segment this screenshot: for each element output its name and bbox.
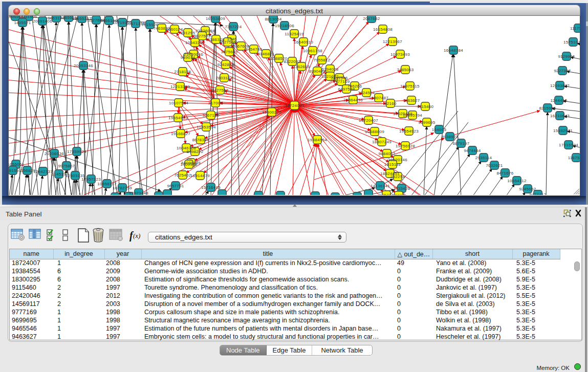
svg-text:12213967: 12213967 (383, 39, 402, 44)
svg-text:16154808: 16154808 (373, 27, 393, 32)
svg-text:9777169: 9777169 (333, 79, 350, 84)
svg-text:17016504: 17016504 (559, 143, 578, 147)
svg-text:1615112: 1615112 (384, 162, 401, 167)
svg-text:10973493: 10973493 (390, 52, 410, 57)
svg-text:3267130: 3267130 (202, 113, 219, 118)
svg-text:12975115: 12975115 (400, 84, 420, 89)
svg-text:16210643: 16210643 (550, 114, 570, 118)
svg-text:164095: 164095 (432, 127, 447, 132)
svg-text:9129966: 9129966 (558, 54, 575, 59)
svg-text:(x): (x) (133, 232, 140, 239)
svg-text:8215955: 8215955 (539, 106, 556, 111)
svg-text:9146821: 9146821 (257, 52, 274, 56)
svg-text:3624554: 3624554 (358, 91, 375, 95)
svg-text:12942737: 12942737 (33, 169, 53, 174)
svg-text:7357224: 7357224 (225, 25, 242, 29)
svg-text:17359924: 17359924 (67, 149, 86, 154)
svg-text:10107554: 10107554 (169, 101, 188, 105)
svg-text:10961758: 10961758 (303, 49, 322, 53)
svg-text:8678334: 8678334 (192, 138, 209, 142)
svg-text:975284: 975284 (379, 193, 394, 195)
svg-text:10654112: 10654112 (507, 179, 527, 183)
svg-text:9242848: 9242848 (217, 62, 234, 67)
svg-text:15716485: 15716485 (201, 185, 221, 190)
svg-text:891295: 891295 (181, 31, 195, 35)
svg-text:1362615: 1362615 (293, 64, 310, 69)
svg-text:8427552: 8427552 (211, 88, 228, 93)
svg-text:317003: 317003 (208, 101, 223, 105)
svg-text:9657791: 9657791 (167, 184, 184, 188)
svg-text:16914479: 16914479 (190, 173, 210, 178)
svg-text:9975867: 9975867 (58, 164, 75, 168)
svg-text:20364436: 20364436 (343, 98, 363, 102)
svg-text:19384554: 19384554 (308, 138, 327, 142)
svg-text:7955812: 7955812 (313, 58, 330, 62)
svg-text:12093872: 12093872 (550, 83, 570, 88)
svg-text:19166827: 19166827 (171, 132, 190, 136)
svg-text:16648784: 16648784 (444, 48, 463, 53)
svg-text:7632621: 7632621 (486, 163, 503, 168)
svg-text:10543362: 10543362 (185, 40, 205, 45)
svg-text:62160: 62160 (384, 101, 397, 106)
svg-text:2087682: 2087682 (363, 16, 380, 21)
svg-text:39159: 39159 (9, 168, 19, 173)
svg-text:1167534: 1167534 (568, 156, 580, 160)
svg-text:18724007: 18724007 (285, 103, 304, 108)
svg-text:1409948: 1409948 (180, 162, 197, 167)
svg-text:10120746: 10120746 (388, 158, 407, 162)
svg-text:6497568: 6497568 (338, 87, 355, 92)
svg-text:16782759: 16782759 (113, 186, 132, 190)
svg-text:12213369: 12213369 (170, 84, 190, 89)
svg-text:20206536: 20206536 (45, 151, 64, 156)
svg-text:19654923: 19654923 (168, 116, 188, 120)
svg-text:9463627: 9463627 (403, 98, 420, 103)
svg-text:15720407: 15720407 (359, 118, 378, 123)
svg-text:8454749: 8454749 (245, 47, 262, 52)
svg-text:8322037: 8322037 (284, 59, 300, 64)
svg-text:2718176: 2718176 (174, 70, 191, 74)
svg-text:2803144: 2803144 (215, 76, 232, 80)
svg-text:7625402: 7625402 (174, 173, 191, 178)
svg-text:9699695: 9699695 (418, 120, 435, 125)
svg-text:7485063: 7485063 (397, 68, 413, 72)
svg-text:10688609: 10688609 (365, 129, 384, 134)
svg-text:11325419: 11325419 (285, 32, 304, 36)
svg-text:16640910: 16640910 (294, 40, 313, 45)
svg-text:15900275: 15900275 (262, 110, 281, 115)
svg-text:17957223: 17957223 (81, 177, 101, 182)
svg-text:15751074: 15751074 (563, 40, 580, 45)
svg-text:14136141: 14136141 (371, 184, 390, 188)
svg-text:19654923: 19654923 (399, 129, 419, 134)
svg-text:1405571: 1405571 (14, 20, 31, 25)
svg-text:23226058: 23226058 (195, 29, 215, 33)
svg-text:9884067: 9884067 (378, 151, 395, 156)
svg-text:3675685: 3675685 (221, 50, 237, 54)
svg-text:25225: 25225 (393, 193, 405, 195)
svg-text:9227342: 9227342 (554, 69, 571, 73)
svg-text:9245652: 9245652 (519, 187, 536, 191)
svg-text:18807249: 18807249 (372, 140, 391, 144)
svg-text:12923448: 12923448 (129, 191, 148, 195)
svg-text:1655051: 1655051 (9, 162, 25, 167)
svg-text:11353594: 11353594 (197, 125, 216, 129)
svg-text:252254: 252254 (390, 174, 405, 179)
svg-text:1244415: 1244415 (550, 98, 567, 103)
svg-text:10807487: 10807487 (369, 96, 388, 100)
svg-text:19218506: 19218506 (275, 24, 294, 28)
svg-text:8471676: 8471676 (496, 171, 513, 176)
svg-text:8813054: 8813054 (265, 17, 281, 21)
svg-text:15692971: 15692971 (553, 128, 573, 133)
svg-text:6879197: 6879197 (452, 141, 469, 146)
svg-text:20053346: 20053346 (74, 63, 93, 68)
svg-text:18495794: 18495794 (403, 113, 422, 118)
svg-text:16053809: 16053809 (206, 16, 225, 21)
svg-text:9115460: 9115460 (417, 104, 434, 109)
svg-text:8938923: 8938923 (441, 135, 458, 139)
svg-text:8498222: 8498222 (186, 149, 203, 154)
svg-text:9474412: 9474412 (529, 192, 546, 195)
svg-text:114519: 114519 (52, 172, 66, 177)
svg-text:989014: 989014 (181, 55, 195, 60)
svg-text:1117535: 1117535 (570, 26, 580, 31)
svg-text:19756928: 19756928 (396, 144, 415, 148)
svg-text:6794028: 6794028 (321, 67, 338, 72)
